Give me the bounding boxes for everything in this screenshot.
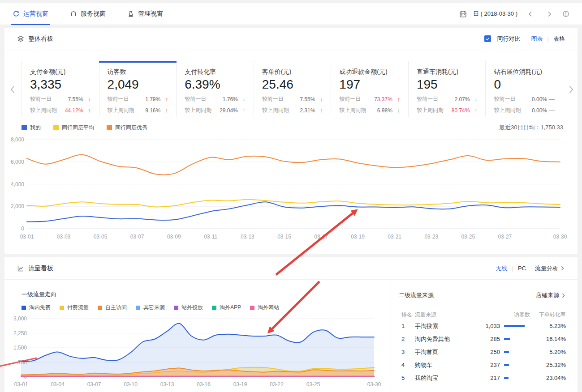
kpi-compare-label: 较上周同期 — [30, 107, 57, 114]
tab-operations-view[interactable]: 运营视窗 — [13, 3, 48, 25]
svg-text:03-30: 03-30 — [367, 381, 381, 388]
kpi-compare-label: 较上周同期 — [417, 107, 444, 114]
trend-icon: ↑ — [238, 107, 246, 114]
header-visitors: 访客数 — [476, 311, 530, 319]
kpi-compare-value: 6.98% — [377, 107, 392, 114]
main-chart-legend: 我的 同行同层平均 同行同层优秀 最近30日日均：1,750.33 — [22, 124, 563, 132]
conversion-cell: 16.14% — [530, 336, 566, 342]
legend-swatch — [250, 306, 254, 310]
legend-label: 淘外网站 — [258, 304, 279, 311]
kpi-compare-value: 0.00% — [532, 107, 547, 114]
peer-compare-label[interactable]: 同行对比 — [497, 35, 521, 43]
source-cell: 购物车 — [415, 361, 472, 369]
visitors-cell: 1,033 — [472, 323, 500, 329]
legend-item-external-app[interactable]: 淘外APP — [212, 304, 241, 311]
legend-item-external-site[interactable]: 淘外网站 — [250, 304, 279, 311]
legend-label: 我的 — [30, 124, 41, 132]
svg-text:8,000: 8,000 — [11, 136, 24, 143]
svg-text:03-03: 03-03 — [57, 234, 71, 240]
kpi-compare-label: 较上周同期 — [108, 107, 134, 114]
kpi-carousel-next-icon[interactable] — [568, 85, 575, 94]
kpi-card-ztc-spend[interactable]: 直通车消耗(元) 195 较前一日2.07%↓ 较上周同期80.74%↑ — [409, 61, 486, 117]
tab-label: 管理视窗 — [138, 10, 163, 18]
chevron-right-icon — [560, 266, 565, 271]
kpi-title: 访客数 — [108, 68, 168, 76]
table-row: 2 淘内免费其他 285 16.14% — [399, 332, 566, 345]
date-next-button[interactable] — [543, 11, 556, 17]
visitors-cell: 237 — [472, 362, 500, 368]
traffic-analysis-link[interactable]: 流量分析 — [535, 264, 565, 273]
trend-icon: ↑ — [160, 107, 168, 114]
trend-icon: — — [547, 96, 555, 102]
date-granularity: 日 — [473, 10, 479, 17]
legend-swatch — [22, 125, 27, 130]
kpi-compare-label: 较上周同期 — [339, 107, 366, 114]
visitors-bar — [500, 377, 530, 379]
legend-item-direct-visit[interactable]: 自主访问 — [98, 304, 127, 311]
section-title: 整体看板 — [28, 35, 53, 43]
kpi-carousel-prev-icon[interactable] — [9, 85, 16, 94]
legend-label: 同行同层优秀 — [115, 124, 147, 132]
tab-service-view[interactable]: 服务视窗 — [70, 3, 106, 25]
legend-swatch — [98, 306, 102, 310]
conversion-cell: 5.23% — [530, 323, 566, 329]
visitors-cell: 250 — [472, 349, 500, 355]
header-source: 流量来源 — [415, 311, 476, 319]
source-cell: 淘内免费其他 — [415, 335, 472, 343]
svg-text:03-23: 03-23 — [424, 234, 438, 240]
kpi-compare-label: 较前一日 — [339, 95, 361, 103]
conversion-cell: 25.32% — [530, 362, 566, 368]
peer-compare-checkbox[interactable] — [484, 35, 491, 42]
headset-icon — [70, 10, 77, 17]
calendar-icon[interactable] — [459, 10, 467, 18]
pc-toggle[interactable]: PC — [518, 265, 526, 272]
legend-item-peer-excellent[interactable]: 同行同层优秀 — [107, 124, 147, 132]
view-chart-toggle[interactable]: 图表 — [531, 35, 543, 43]
svg-text:03-10: 03-10 — [124, 381, 138, 388]
kpi-value: 197 — [339, 77, 400, 92]
source-cell: 我的淘宝 — [415, 374, 472, 382]
trend-icon: ↓ — [238, 96, 246, 102]
kpi-compare-value: 7.55% — [300, 96, 315, 102]
shop-source-link[interactable]: 店铺来源 — [536, 291, 566, 299]
divider: | — [548, 35, 549, 42]
legend-swatch — [212, 306, 216, 310]
source-cell: 手淘搜索 — [415, 322, 472, 330]
kpi-card-visitors[interactable]: 访客数 2,049 较前一日1.79%↑ 较上周同期9.16%↑ — [99, 61, 177, 117]
date-prev-button[interactable] — [524, 11, 537, 17]
kpi-card-payment-amount[interactable]: 支付金额(元) 3,335 较前一日7.55%↓ 较上周同期44.12%↑ — [22, 61, 99, 117]
trend-icon: ↑ — [83, 107, 91, 114]
visitors-cell: 217 — [472, 375, 500, 381]
legend-item-peer-average[interactable]: 同行同层平均 — [53, 124, 94, 132]
legend-item-other-source[interactable]: 其它来源 — [136, 304, 165, 311]
tab-management-view[interactable]: 管理视窗 — [127, 3, 163, 25]
secondary-traffic-title: 二级流量来源 — [399, 291, 434, 299]
svg-text:03-13: 03-13 — [241, 234, 254, 240]
kpi-card-avg-order-value[interactable]: 客单价(元) 25.46 较前一日7.55%↓ 较上周同期2.31%↑ — [254, 61, 332, 117]
trend-icon: ↑ — [315, 107, 323, 114]
svg-text:03-07: 03-07 — [87, 381, 101, 388]
legend-swatch — [53, 125, 59, 130]
management-icon — [127, 10, 134, 17]
legend-label: 站外投放 — [181, 304, 203, 311]
kpi-compare-label: 较上周同期 — [185, 107, 211, 114]
date-selector[interactable]: 日 ( 2018-03-30 ) — [473, 10, 517, 18]
legend-label: 同行同层平均 — [62, 124, 94, 132]
legend-label: 自主访问 — [105, 304, 127, 311]
kpi-card-diamond-spend[interactable]: 钻石展位消耗(元) 0 较前一日0.00%— 较上周同期0.00%— — [486, 61, 563, 117]
legend-item-mine[interactable]: 我的 — [22, 124, 41, 132]
wireless-toggle[interactable]: 无线 — [496, 264, 508, 273]
kpi-compare-label: 较前一日 — [262, 95, 284, 103]
view-table-toggle[interactable]: 表格 — [553, 35, 565, 43]
legend-item-paid-traffic[interactable]: 付费流量 — [60, 304, 89, 311]
rank-cell: 4 — [399, 362, 415, 368]
legend-item-external-ads[interactable]: 站外投放 — [174, 304, 203, 311]
kpi-title: 钻石展位消耗(元) — [494, 68, 555, 76]
visitors-bar — [500, 364, 530, 366]
legend-item-taobao-free[interactable]: 淘内免费 — [22, 304, 51, 311]
info-icon[interactable] — [562, 10, 569, 17]
kpi-card-conversion-rate[interactable]: 支付转化率 6.39% 较前一日1.76%↓ 较上周同期29.04%↑ — [177, 61, 254, 117]
kpi-card-refund-amount[interactable]: 成功退款金额(元) 197 较前一日73.37%↑ 较上周同期6.98%↓ — [331, 61, 409, 117]
shop-source-label: 店铺来源 — [536, 291, 559, 299]
trend-icon: ↓ — [83, 96, 91, 102]
